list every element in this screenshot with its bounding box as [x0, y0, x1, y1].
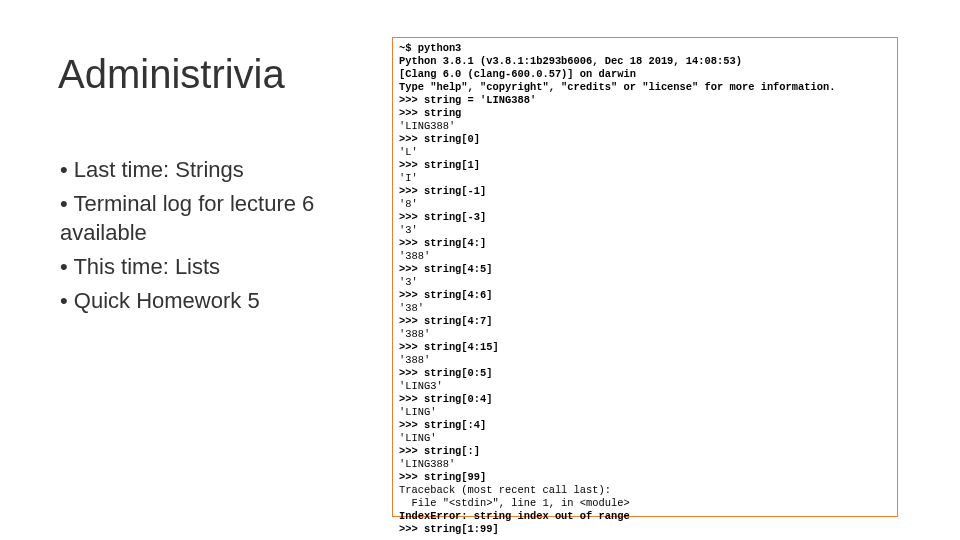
terminal-line: >>> string[:]: [399, 445, 480, 457]
terminal-line: >>> string[99]: [399, 471, 486, 483]
terminal-line: >>> string[4:5]: [399, 263, 493, 275]
terminal-line: ~$ python3: [399, 42, 461, 54]
terminal-line: Python 3.8.1 (v3.8.1:1b293b6006, Dec 18 …: [399, 55, 742, 67]
terminal-line: IndexError: string index out of range: [399, 510, 630, 522]
terminal-line: 'L': [399, 146, 418, 158]
terminal-line: Type "help", "copyright", "credits" or "…: [399, 81, 835, 93]
bullet-list: • Last time: Strings • Terminal log for …: [60, 155, 370, 319]
terminal-line: '3': [399, 224, 418, 236]
terminal-line: 'LING': [399, 406, 436, 418]
terminal-line: '3': [399, 276, 418, 288]
terminal-line: >>> string[1:99]: [399, 523, 499, 535]
bullet-item: • Quick Homework 5: [60, 286, 370, 316]
terminal-line: >>> string[0:5]: [399, 367, 493, 379]
terminal-line: '8': [399, 198, 418, 210]
bullet-item: • Last time: Strings: [60, 155, 370, 185]
terminal-line: >>> string[4:]: [399, 237, 486, 249]
terminal-line: Traceback (most recent call last):: [399, 484, 611, 496]
terminal-panel: ~$ python3 Python 3.8.1 (v3.8.1:1b293b60…: [392, 37, 898, 517]
terminal-line: 'LING388': [399, 120, 455, 132]
bullet-item: • This time: Lists: [60, 252, 370, 282]
terminal-line: 'LING3': [399, 380, 443, 392]
terminal-line: >>> string[-1]: [399, 185, 486, 197]
terminal-line: 'LING388': [399, 458, 455, 470]
terminal-line: '388': [399, 328, 430, 340]
terminal-line: [Clang 6.0 (clang-600.0.57)] on darwin: [399, 68, 636, 80]
terminal-line: >>> string[0:4]: [399, 393, 493, 405]
terminal-line: >>> string[4:6]: [399, 289, 493, 301]
bullet-item: • Terminal log for lecture 6 available: [60, 189, 370, 248]
terminal-line: >>> string[-3]: [399, 211, 486, 223]
terminal-line: >>> string = 'LING388': [399, 94, 536, 106]
terminal-line: '388': [399, 354, 430, 366]
terminal-line: 'I': [399, 172, 418, 184]
terminal-line: '38': [399, 302, 424, 314]
terminal-line: >>> string[1]: [399, 159, 480, 171]
terminal-line: >>> string[4:15]: [399, 341, 499, 353]
terminal-line: >>> string[:4]: [399, 419, 486, 431]
terminal-line: >>> string[0]: [399, 133, 480, 145]
terminal-output: ~$ python3 Python 3.8.1 (v3.8.1:1b293b60…: [399, 42, 891, 536]
terminal-line: File "<stdin>", line 1, in <module>: [399, 497, 630, 509]
terminal-line: >>> string[4:7]: [399, 315, 493, 327]
terminal-line: 'LING': [399, 432, 436, 444]
slide: Administrivia • Last time: Strings • Ter…: [0, 0, 960, 540]
terminal-line: >>> string: [399, 107, 461, 119]
terminal-line: '388': [399, 250, 430, 262]
slide-title: Administrivia: [58, 52, 285, 97]
